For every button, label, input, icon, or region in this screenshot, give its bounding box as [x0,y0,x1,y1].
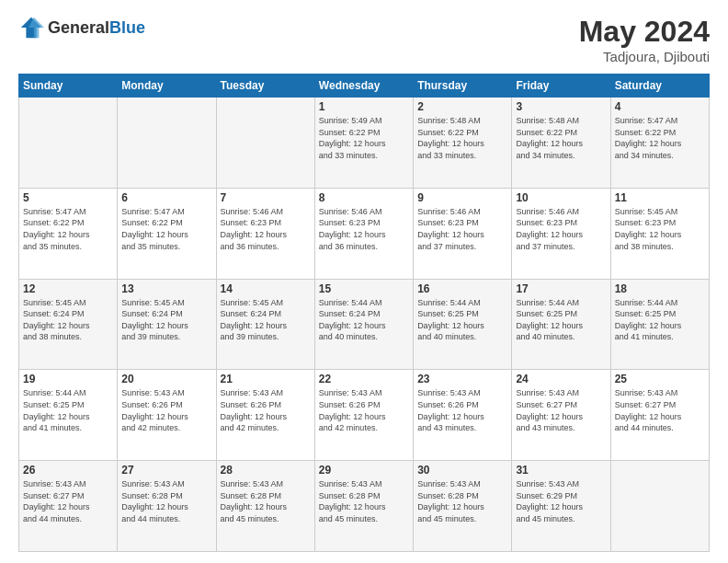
calendar-cell: 17Sunrise: 5:44 AM Sunset: 6:25 PM Dayli… [512,279,610,370]
calendar-cell: 3Sunrise: 5:48 AM Sunset: 6:22 PM Daylig… [512,98,610,189]
day-number: 4 [615,100,705,113]
weekday-header: Wednesday [314,75,413,98]
day-number: 27 [121,464,211,477]
day-number: 17 [516,282,606,295]
day-number: 24 [516,373,606,385]
day-info: Sunrise: 5:45 AM Sunset: 6:24 PM Dayligh… [121,297,211,343]
calendar-table: SundayMondayTuesdayWednesdayThursdayFrid… [18,74,710,552]
day-info: Sunrise: 5:46 AM Sunset: 6:23 PM Dayligh… [516,206,606,252]
calendar-cell: 9Sunrise: 5:46 AM Sunset: 6:23 PM Daylig… [414,188,512,279]
day-number: 8 [319,191,409,204]
day-number: 13 [121,282,211,295]
day-number: 15 [319,282,409,295]
day-info: Sunrise: 5:43 AM Sunset: 6:28 PM Dayligh… [121,478,211,524]
day-info: Sunrise: 5:43 AM Sunset: 6:27 PM Dayligh… [23,478,113,524]
title-location: Tadjoura, Djibouti [579,49,710,64]
day-info: Sunrise: 5:44 AM Sunset: 6:25 PM Dayligh… [417,297,507,343]
calendar-cell: 5Sunrise: 5:47 AM Sunset: 6:22 PM Daylig… [19,188,118,279]
calendar-cell: 6Sunrise: 5:47 AM Sunset: 6:22 PM Daylig… [118,188,216,279]
day-info: Sunrise: 5:46 AM Sunset: 6:23 PM Dayligh… [319,206,409,252]
calendar-cell [118,98,216,189]
calendar-cell: 15Sunrise: 5:44 AM Sunset: 6:24 PM Dayli… [314,279,413,370]
day-number: 22 [319,373,409,385]
calendar-cell: 13Sunrise: 5:45 AM Sunset: 6:24 PM Dayli… [118,279,216,370]
day-info: Sunrise: 5:45 AM Sunset: 6:23 PM Dayligh… [615,206,705,252]
weekday-header: Monday [118,75,216,98]
calendar-cell: 19Sunrise: 5:44 AM Sunset: 6:25 PM Dayli… [19,370,118,461]
calendar-cell: 14Sunrise: 5:45 AM Sunset: 6:24 PM Dayli… [216,279,314,370]
calendar-cell: 12Sunrise: 5:45 AM Sunset: 6:24 PM Dayli… [19,279,118,370]
day-info: Sunrise: 5:43 AM Sunset: 6:26 PM Dayligh… [319,387,409,433]
calendar-cell [216,98,314,189]
calendar-cell: 4Sunrise: 5:47 AM Sunset: 6:22 PM Daylig… [610,98,709,189]
weekday-header: Tuesday [216,75,314,98]
calendar-cell: 25Sunrise: 5:43 AM Sunset: 6:27 PM Dayli… [610,370,709,461]
calendar-week-row: 26Sunrise: 5:43 AM Sunset: 6:27 PM Dayli… [19,461,710,552]
calendar-cell: 1Sunrise: 5:49 AM Sunset: 6:22 PM Daylig… [314,98,413,189]
day-info: Sunrise: 5:48 AM Sunset: 6:22 PM Dayligh… [417,115,507,161]
day-info: Sunrise: 5:45 AM Sunset: 6:24 PM Dayligh… [221,297,311,343]
day-info: Sunrise: 5:44 AM Sunset: 6:24 PM Dayligh… [319,297,409,343]
day-number: 10 [516,191,606,204]
day-info: Sunrise: 5:45 AM Sunset: 6:24 PM Dayligh… [23,297,113,343]
calendar-week-row: 1Sunrise: 5:49 AM Sunset: 6:22 PM Daylig… [19,98,710,189]
day-number: 12 [23,282,113,295]
day-info: Sunrise: 5:48 AM Sunset: 6:22 PM Dayligh… [516,115,606,161]
day-info: Sunrise: 5:47 AM Sunset: 6:22 PM Dayligh… [121,206,211,252]
calendar-week-row: 12Sunrise: 5:45 AM Sunset: 6:24 PM Dayli… [19,279,710,370]
day-number: 18 [615,282,705,295]
day-number: 11 [615,191,705,204]
calendar-cell: 30Sunrise: 5:43 AM Sunset: 6:28 PM Dayli… [414,461,512,552]
day-number: 14 [221,282,311,295]
day-number: 16 [417,282,507,295]
day-number: 21 [221,373,311,385]
logo: General Blue [18,15,145,40]
calendar-cell [610,461,709,552]
day-number: 19 [23,373,113,385]
calendar-cell: 2Sunrise: 5:48 AM Sunset: 6:22 PM Daylig… [414,98,512,189]
day-number: 30 [417,464,507,477]
weekday-header: Saturday [610,75,709,98]
day-number: 2 [417,100,507,113]
day-info: Sunrise: 5:43 AM Sunset: 6:26 PM Dayligh… [417,387,507,433]
day-number: 3 [516,100,606,113]
calendar-cell: 10Sunrise: 5:46 AM Sunset: 6:23 PM Dayli… [512,188,610,279]
day-info: Sunrise: 5:46 AM Sunset: 6:23 PM Dayligh… [221,206,311,252]
calendar-cell: 11Sunrise: 5:45 AM Sunset: 6:23 PM Dayli… [610,188,709,279]
calendar-week-row: 5Sunrise: 5:47 AM Sunset: 6:22 PM Daylig… [19,188,710,279]
day-info: Sunrise: 5:43 AM Sunset: 6:28 PM Dayligh… [319,478,409,524]
day-info: Sunrise: 5:47 AM Sunset: 6:22 PM Dayligh… [615,115,705,161]
title-block: May 2024 Tadjoura, Djibouti [579,15,710,64]
calendar-week-row: 19Sunrise: 5:44 AM Sunset: 6:25 PM Dayli… [19,370,710,461]
calendar-cell: 16Sunrise: 5:44 AM Sunset: 6:25 PM Dayli… [414,279,512,370]
day-number: 31 [516,464,606,477]
calendar-cell: 28Sunrise: 5:43 AM Sunset: 6:28 PM Dayli… [216,461,314,552]
calendar-cell: 20Sunrise: 5:43 AM Sunset: 6:26 PM Dayli… [118,370,216,461]
calendar-cell: 24Sunrise: 5:43 AM Sunset: 6:27 PM Dayli… [512,370,610,461]
day-number: 29 [319,464,409,477]
day-info: Sunrise: 5:43 AM Sunset: 6:27 PM Dayligh… [516,387,606,433]
calendar-cell: 18Sunrise: 5:44 AM Sunset: 6:25 PM Dayli… [610,279,709,370]
day-info: Sunrise: 5:46 AM Sunset: 6:23 PM Dayligh… [417,206,507,252]
weekday-header: Sunday [19,75,118,98]
day-number: 6 [121,191,211,204]
day-info: Sunrise: 5:43 AM Sunset: 6:26 PM Dayligh… [221,387,311,433]
weekday-header: Friday [512,75,610,98]
logo-general: General [48,18,109,38]
day-info: Sunrise: 5:43 AM Sunset: 6:28 PM Dayligh… [221,478,311,524]
day-number: 20 [121,373,211,385]
calendar-cell: 23Sunrise: 5:43 AM Sunset: 6:26 PM Dayli… [414,370,512,461]
day-number: 28 [221,464,311,477]
day-info: Sunrise: 5:44 AM Sunset: 6:25 PM Dayligh… [23,387,113,433]
day-info: Sunrise: 5:44 AM Sunset: 6:25 PM Dayligh… [615,297,705,343]
logo-blue: Blue [109,18,145,38]
day-info: Sunrise: 5:43 AM Sunset: 6:26 PM Dayligh… [121,387,211,433]
page: General Blue May 2024 Tadjoura, Djibouti… [0,0,728,563]
day-number: 7 [221,191,311,204]
calendar-cell: 21Sunrise: 5:43 AM Sunset: 6:26 PM Dayli… [216,370,314,461]
day-info: Sunrise: 5:43 AM Sunset: 6:27 PM Dayligh… [615,387,705,433]
day-info: Sunrise: 5:49 AM Sunset: 6:22 PM Dayligh… [319,115,409,161]
day-number: 25 [615,373,705,385]
day-number: 23 [417,373,507,385]
logo-icon [18,15,44,40]
